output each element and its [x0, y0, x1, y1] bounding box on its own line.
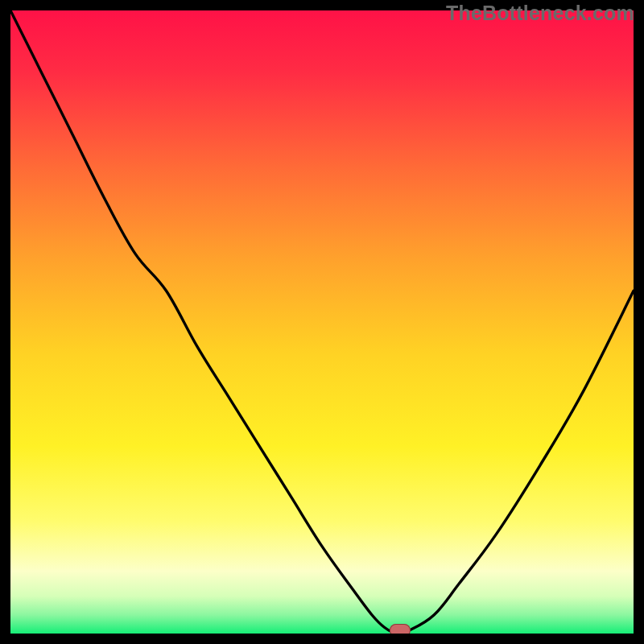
chart-stage: TheBottleneck.com [0, 0, 644, 644]
plot-area [10, 10, 634, 634]
bottleneck-curve [10, 10, 634, 634]
optimal-point-marker [390, 624, 411, 634]
watermark-text: TheBottleneck.com [446, 2, 634, 25]
